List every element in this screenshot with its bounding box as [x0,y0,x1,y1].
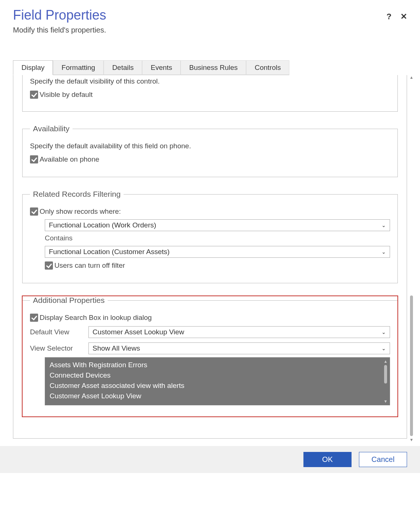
chevron-down-icon: ⌄ [382,249,386,255]
chevron-down-icon: ⌄ [382,329,386,335]
availability-desc: Specify the default availability of this… [30,142,390,150]
list-item[interactable]: Customer Asset Lookup View [45,391,382,401]
views-listbox[interactable]: Assets With Registration Errors Connecte… [45,357,390,405]
related-select-2-value: Functional Location (Customer Assets) [49,248,169,256]
tab-controls[interactable]: Controls [246,60,289,75]
available-phone-checkbox[interactable] [30,155,38,163]
dialog-header: Field Properties Modify this field's pro… [0,0,420,38]
tab-events[interactable]: Events [142,60,181,75]
page-subtitle: Modify this field's properties. [13,26,387,34]
list-item[interactable]: Connected Devices [45,370,382,381]
availability-section: Availability Specify the default availab… [22,124,398,177]
tab-display[interactable]: Display [13,60,53,75]
view-selector-select[interactable]: Show All Views ⌄ [88,342,390,354]
tab-formatting[interactable]: Formatting [53,60,104,75]
turnoff-filter-label: Users can turn off filter [54,261,125,270]
view-selector-label: View Selector [30,344,88,352]
cancel-button[interactable]: Cancel [359,452,407,467]
list-item[interactable]: Customer Asset associated view with aler… [45,381,382,391]
visibility-section: Specify the default visibility of this c… [22,75,398,112]
visibility-desc: Specify the default visibility of this c… [30,77,390,85]
default-view-select[interactable]: Customer Asset Lookup View ⌄ [88,326,390,338]
dialog-footer: OK Cancel [0,446,420,473]
additional-properties-section: Additional Properties Display Search Box… [22,296,398,417]
available-phone-label: Available on phone [40,155,99,163]
tab-details[interactable]: Details [104,60,142,75]
scrollbar[interactable]: ▲ ▼ [408,75,415,442]
related-legend: Related Records Filtering [30,190,124,199]
scroll-down-icon[interactable]: ▼ [384,399,388,403]
related-records-section: Related Records Filtering Only show reco… [22,190,398,283]
default-view-value: Customer Asset Lookup View [93,328,184,336]
close-icon[interactable]: ✕ [400,12,407,21]
scroll-thumb[interactable] [410,295,413,436]
scroll-down-icon[interactable]: ▼ [410,438,414,442]
tabs: Display Formatting Details Events Busine… [13,60,407,75]
contains-label: Contains [45,234,390,242]
only-show-checkbox[interactable] [30,207,38,216]
scroll-up-icon[interactable]: ▲ [410,75,414,80]
list-item[interactable]: Assets With Registration Errors [45,360,382,370]
scroll-up-icon[interactable]: ▲ [384,359,388,364]
visible-checkbox[interactable] [30,91,38,99]
page-title: Field Properties [13,7,387,23]
display-searchbox-checkbox[interactable] [30,314,38,322]
related-select-1-value: Functional Location (Work Orders) [49,221,156,229]
turnoff-filter-checkbox[interactable] [45,261,53,270]
ok-button[interactable]: OK [303,452,352,467]
listbox-scrollbar[interactable]: ▲ ▼ [382,358,390,405]
listbox-scroll-thumb[interactable] [384,365,387,384]
additional-legend: Additional Properties [30,296,108,305]
view-selector-value: Show All Views [93,344,140,352]
help-icon[interactable]: ? [387,12,392,21]
availability-legend: Availability [30,124,73,133]
related-select-2[interactable]: Functional Location (Customer Assets) ⌄ [45,246,390,258]
tab-business-rules[interactable]: Business Rules [181,60,246,75]
related-select-1[interactable]: Functional Location (Work Orders) ⌄ [45,219,390,231]
chevron-down-icon: ⌄ [382,345,386,351]
display-searchbox-label: Display Search Box in lookup dialog [40,314,152,322]
only-show-label: Only show records where: [40,207,121,216]
chevron-down-icon: ⌄ [382,222,386,228]
visible-label: Visible by default [40,91,93,99]
default-view-label: Default View [30,328,88,336]
